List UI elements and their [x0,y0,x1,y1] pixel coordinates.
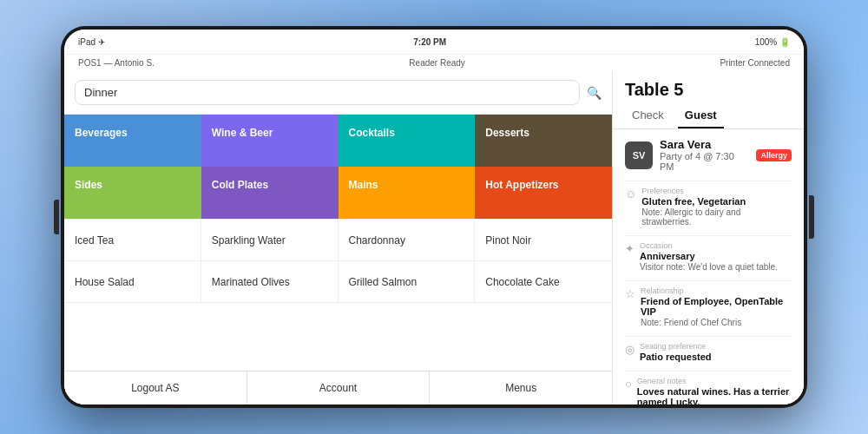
search-bar: 🔍 [64,71,612,115]
menu-item-grilled-salmon[interactable]: Grilled Salmon [339,261,476,303]
allergy-badge: Allergy [756,149,792,161]
preferences-icon: ☺ [625,187,636,201]
section-occasion: ✦ Occasion Anniversary Visitor note: We'… [625,241,792,272]
pos-user: POS1 — Antonio S. [78,58,155,68]
category-cocktails[interactable]: Cocktails [339,115,476,167]
category-wine-beer[interactable]: Wine & Beer [201,115,339,167]
search-icon[interactable]: 🔍 [587,86,602,100]
guest-header: SV Sara Vera Party of 4 @ 7:30 PM Allerg… [625,138,792,172]
pos-bar: POS1 — Antonio S. Reader Ready Printer C… [64,54,804,71]
section-notes: ○ General notes Loves natural wines. Has… [625,377,792,404]
seating-value: Patio requested [640,352,792,362]
guest-info: Sara Vera Party of 4 @ 7:30 PM [660,138,749,172]
occasion-label: Occasion [640,241,792,250]
menu-item-marinated-olives[interactable]: Marinated Olives [201,261,339,303]
section-preferences: ☺ Preferences Gluten free, Vegetarian No… [625,187,792,227]
battery-label: 100% 🔋 [755,37,790,47]
menu-item-chardonnay[interactable]: Chardonnay [339,220,476,261]
info-row-relationship: ☆ Relationship Friend of Employee, OpenT… [625,286,792,327]
status-left: iPad ✈ [78,37,105,47]
occasion-value: Anniversary [640,251,792,261]
section-relationship: ☆ Relationship Friend of Employee, OpenT… [625,286,792,327]
status-time: 7:20 PM [413,37,446,47]
menu-item-iced-tea[interactable]: Iced Tea [64,220,201,261]
tab-guest[interactable]: Guest [678,105,724,128]
search-input[interactable] [75,80,580,105]
occasion-text: Occasion Anniversary Visitor note: We'd … [640,241,792,272]
divider-4 [625,336,792,337]
pos-printer: Printer Connected [720,58,790,68]
notes-text: General notes Loves natural wines. Has a… [637,377,792,404]
left-panel: 🔍 Beverages Wine & Beer Cocktails Desser… [64,71,613,404]
menus-button[interactable]: Menus [430,372,612,404]
preferences-label: Preferences [641,187,792,195]
relationship-note: Note: Friend of Chef Chris [641,318,792,327]
notes-icon: ○ [625,378,632,391]
relationship-value: Friend of Employee, OpenTable VIP [641,296,792,317]
menu-item-house-salad[interactable]: House Salad [64,261,201,303]
category-cold-plates[interactable]: Cold Plates [201,167,339,219]
avatar: SV [625,141,653,169]
notes-label: General notes [637,377,792,385]
occasion-icon: ✦ [625,242,635,255]
main-content: 🔍 Beverages Wine & Beer Cocktails Desser… [64,71,804,404]
table-header: Table 5 Check Guest [613,71,804,129]
info-row-preferences: ☺ Preferences Gluten free, Vegetarian No… [625,187,792,227]
category-hot-appetizers[interactable]: Hot Appetizers [475,167,612,219]
table-title: Table 5 [625,80,792,100]
side-button-right[interactable] [809,195,814,239]
tab-check[interactable]: Check [625,105,671,128]
status-bar: iPad ✈ 7:20 PM 100% 🔋 [64,30,804,54]
guest-content: SV Sara Vera Party of 4 @ 7:30 PM Allerg… [613,129,804,404]
preferences-note: Note: Allergic to dairy and strawberries… [641,207,792,227]
notes-value: Loves natural wines. Has a terrier named… [637,386,792,404]
seating-label: Seating preference [640,342,792,351]
side-button-left[interactable] [54,200,59,234]
pos-reader: Reader Ready [409,58,464,68]
divider-1 [625,181,792,181]
relationship-label: Relationship [641,286,792,295]
info-row-notes: ○ General notes Loves natural wines. Has… [625,377,792,404]
menu-item-sparkling-water[interactable]: Sparkling Water [201,220,339,261]
occasion-note: Visitor note: We'd love a quiet table. [640,262,792,272]
divider-5 [625,371,792,372]
tabs-row: Check Guest [613,105,804,129]
menu-item-pinot-noir[interactable]: Pinot Noir [475,220,612,261]
section-seating: ◎ Seating preference Patio requested [625,342,792,362]
status-right: 100% 🔋 [755,37,790,47]
account-button[interactable]: Account [247,372,431,404]
preferences-text: Preferences Gluten free, Vegetarian Note… [641,187,792,227]
seating-icon: ◎ [625,343,635,356]
category-mains[interactable]: Mains [339,167,476,219]
logout-button[interactable]: Logout AS [64,372,247,404]
seating-text: Seating preference Patio requested [640,342,792,362]
divider-3 [625,280,792,281]
menu-item-chocolate-cake[interactable]: Chocolate Cake [475,261,612,303]
right-panel: Table 5 Check Guest SV [613,71,804,404]
ipad-label: iPad ✈ [78,37,105,47]
category-grid: Beverages Wine & Beer Cocktails Desserts… [64,115,612,219]
divider-2 [625,235,792,236]
relationship-icon: ☆ [625,287,635,300]
category-beverages[interactable]: Beverages [64,115,201,167]
info-row-occasion: ✦ Occasion Anniversary Visitor note: We'… [625,241,792,272]
relationship-text: Relationship Friend of Employee, OpenTab… [641,286,792,327]
guest-name: Sara Vera [660,138,749,151]
info-row-seating: ◎ Seating preference Patio requested [625,342,792,362]
bottom-bar: Logout AS Account Menus [64,371,612,404]
preferences-value: Gluten free, Vegetarian [641,196,792,207]
device-frame: iPad ✈ 7:20 PM 100% 🔋 POS1 — Antonio S. … [61,26,807,408]
guest-party: Party of 4 @ 7:30 PM [660,151,749,172]
menu-items-area: Iced Tea Sparkling Water Chardonnay Pino… [64,219,612,371]
category-desserts[interactable]: Desserts [475,115,612,167]
category-sides[interactable]: Sides [64,167,201,219]
menu-grid: Iced Tea Sparkling Water Chardonnay Pino… [64,219,612,303]
